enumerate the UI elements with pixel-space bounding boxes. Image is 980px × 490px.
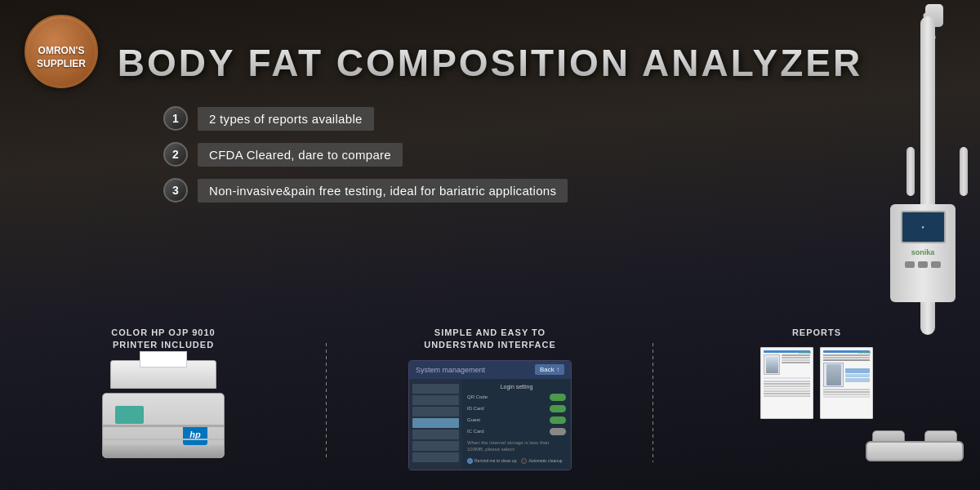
- reports-label: REPORTS: [792, 327, 841, 339]
- machine-button-2: [918, 261, 928, 268]
- sidebar-item-2: [412, 395, 459, 405]
- interface-header: System management Back ↑: [409, 361, 571, 379]
- feature-item-1: 1 2 types of reports available: [163, 106, 568, 131]
- radio-auto: Automatic cleanup: [521, 458, 562, 464]
- features-list: 1 2 types of reports available 2 CFDA Cl…: [163, 106, 568, 203]
- machine-screen: ●: [901, 211, 946, 243]
- ic-card-label: IC Card: [467, 429, 546, 434]
- id-card-label: ID Card: [467, 406, 546, 411]
- machine-buttons: [905, 261, 941, 268]
- feature-number-2: 2: [163, 142, 188, 167]
- feature-text-3: Non-invasive&pain free testing, ideal fo…: [198, 179, 568, 203]
- page-container: OMRON'S SUPPLIER BODY FAT COMPOSITION AN…: [0, 0, 980, 490]
- interface-main: Login setting QR Code ID Card Guest: [462, 379, 571, 470]
- machine-graphic: ● sonika: [849, 0, 980, 474]
- interface-body: Login setting QR Code ID Card Guest: [409, 379, 571, 470]
- machine-button-3: [931, 261, 941, 268]
- machine-handles: [906, 147, 968, 196]
- id-card-toggle: [550, 405, 566, 412]
- printer-screen: [115, 406, 144, 424]
- interface-label: SIMPLE AND EASY TOUNDERSTAND INTERFACE: [424, 327, 556, 352]
- sidebar-item-7: [412, 452, 459, 462]
- report-logo-1: sonika: [798, 350, 811, 354]
- radio-dot-auto: [521, 458, 527, 464]
- sidebar-item-5: [412, 430, 459, 439]
- radio-label-remind: Remind me to clean up: [474, 458, 516, 463]
- feature-item-3: 3 Non-invasive&pain free testing, ideal …: [163, 178, 568, 203]
- printer-section: COLOR HP OJP 9010PRINTER INCLUDED hp: [0, 327, 327, 466]
- feature-text-1: 2 types of reports available: [198, 107, 374, 131]
- qr-code-label: QR Code: [467, 394, 546, 399]
- sidebar-item-6: [412, 441, 459, 451]
- machine-body-box: ● sonika: [890, 204, 956, 302]
- interface-system-management: System management: [416, 366, 485, 374]
- printer-hp-logo: hp: [183, 425, 207, 445]
- guest-label: Guest: [467, 417, 546, 422]
- login-setting-title: Login setting: [467, 384, 566, 390]
- feature-number-1: 1: [163, 106, 188, 131]
- machine-screen-text: ●: [921, 225, 924, 229]
- omron-badge: OMRON'S: [24, 15, 98, 88]
- printer-graphic: hp: [94, 360, 233, 466]
- guest-toggle: [550, 416, 566, 424]
- printer-top: [110, 360, 216, 389]
- sidebar-item-3: [412, 407, 459, 416]
- printer-paper: [140, 351, 187, 368]
- feature-item-2: 2 CFDA Cleared, dare to compare: [163, 142, 568, 167]
- radio-remind: Remind me to clean up: [467, 458, 516, 464]
- qr-code-row: QR Code: [467, 394, 566, 401]
- interface-section: SIMPLE AND EASY TOUNDERSTAND INTERFACE S…: [327, 327, 653, 470]
- machine-base: [866, 421, 964, 461]
- interface-back-button: Back ↑: [535, 364, 564, 375]
- machine-platform: [866, 441, 964, 461]
- printer-label: COLOR HP OJP 9010PRINTER INCLUDED: [111, 327, 215, 352]
- id-card-row: ID Card: [467, 405, 566, 412]
- ic-card-toggle: [550, 428, 566, 435]
- machine-button-1: [905, 261, 915, 268]
- interface-sidebar: [409, 379, 462, 470]
- machine-handle-left: [906, 147, 915, 196]
- sidebar-item-1: [412, 384, 459, 394]
- printer-body: hp: [102, 393, 225, 458]
- bottom-section: COLOR HP OJP 9010PRINTER INCLUDED hp: [0, 310, 980, 490]
- radio-label-auto: Automatic cleanup: [528, 458, 562, 463]
- interface-mockup: System management Back ↑ Login setti: [408, 360, 572, 470]
- page-title: BODY FAT COMPOSITION ANALYZER: [114, 41, 866, 85]
- feature-text-2: CFDA Cleared, dare to compare: [198, 143, 403, 167]
- radio-dot-remind: [467, 458, 473, 464]
- ic-card-row: IC Card: [467, 428, 566, 435]
- interface-note: When the internal storage is less than 1…: [467, 439, 566, 453]
- report-page-1: sonika: [760, 347, 813, 419]
- sidebar-item-4-active: [412, 418, 459, 428]
- machine-handle-right: [960, 147, 968, 196]
- machine-brand-label: sonika: [911, 248, 935, 256]
- qr-code-toggle: [550, 394, 566, 401]
- omron-badge-supplier: SUPPLIER: [37, 58, 86, 69]
- guest-row: Guest: [467, 416, 566, 424]
- radio-row: Remind me to clean up Automatic cleanup: [467, 458, 566, 464]
- feature-number-3: 3: [163, 178, 188, 203]
